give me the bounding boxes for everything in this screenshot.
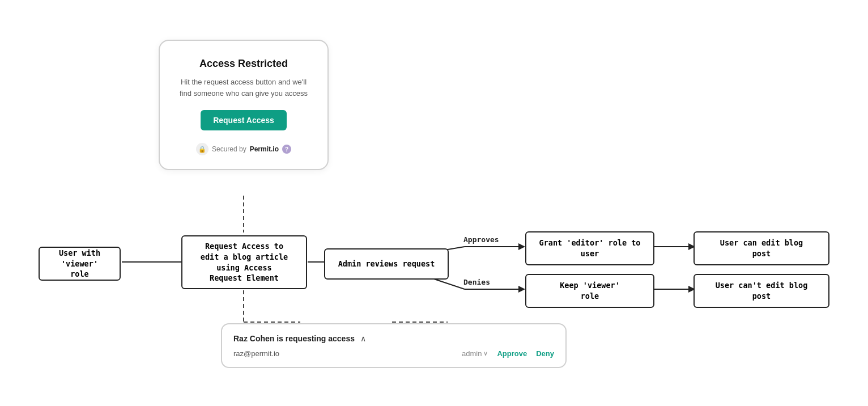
request-access-button[interactable]: Request Access xyxy=(201,110,287,130)
notification-title: Raz Cohen is requesting access xyxy=(233,334,355,343)
secured-by-row: 🔒 Secured by Permit.io ? xyxy=(176,143,312,155)
access-card-title: Access Restricted xyxy=(176,58,312,70)
deny-button[interactable]: Deny xyxy=(536,349,554,358)
lock-icon: 🔒 xyxy=(196,143,209,155)
grant-editor-label: Grant 'editor' role to user xyxy=(539,238,641,259)
flow-box-viewer-role: User with 'viewer' role xyxy=(39,247,121,281)
approve-button[interactable]: Approve xyxy=(497,349,527,358)
svg-marker-7 xyxy=(518,243,525,250)
access-restricted-card: Access Restricted Hit the request access… xyxy=(159,40,329,170)
approves-label: Approves xyxy=(463,235,499,244)
chevron-down-icon: ∨ xyxy=(483,350,488,357)
question-mark-badge[interactable]: ? xyxy=(282,145,291,154)
flow-box-admin-reviews: Admin reviews request xyxy=(324,248,449,280)
can-edit-label: User can edit blog post xyxy=(720,238,803,259)
viewer-role-label: User with 'viewer' role xyxy=(46,248,113,280)
notification-body: raz@permit.io admin ∨ Approve Deny xyxy=(233,349,554,358)
flow-box-cant-edit: User can't edit blog post xyxy=(693,274,829,308)
admin-label: admin xyxy=(462,349,482,358)
permit-io-text: Permit.io xyxy=(250,145,279,153)
access-card-description: Hit the request access button and we'll … xyxy=(176,77,312,99)
notification-actions: admin ∨ Approve Deny xyxy=(462,349,554,358)
keep-viewer-label: Keep 'viewer' role xyxy=(560,280,620,302)
notification-header: Raz Cohen is requesting access ∧ xyxy=(233,333,554,344)
notification-card: Raz Cohen is requesting access ∧ raz@per… xyxy=(221,323,567,368)
flow-box-grant-editor: Grant 'editor' role to user xyxy=(525,231,654,265)
request-access-label: Request Access to edit a blog article us… xyxy=(201,241,288,284)
secured-by-text: Secured by xyxy=(212,145,246,153)
admin-dropdown[interactable]: admin ∨ xyxy=(462,349,488,358)
flow-box-request-access: Request Access to edit a blog article us… xyxy=(181,235,307,289)
cant-edit-label: User can't edit blog post xyxy=(716,280,808,302)
chevron-up-icon[interactable]: ∧ xyxy=(360,334,366,343)
flow-box-can-edit: User can edit blog post xyxy=(693,231,829,265)
notification-email: raz@permit.io xyxy=(233,349,279,358)
denies-label: Denies xyxy=(463,278,490,286)
admin-reviews-label: Admin reviews request xyxy=(338,259,435,269)
flow-box-keep-viewer: Keep 'viewer' role xyxy=(525,274,654,308)
svg-marker-10 xyxy=(518,286,525,293)
